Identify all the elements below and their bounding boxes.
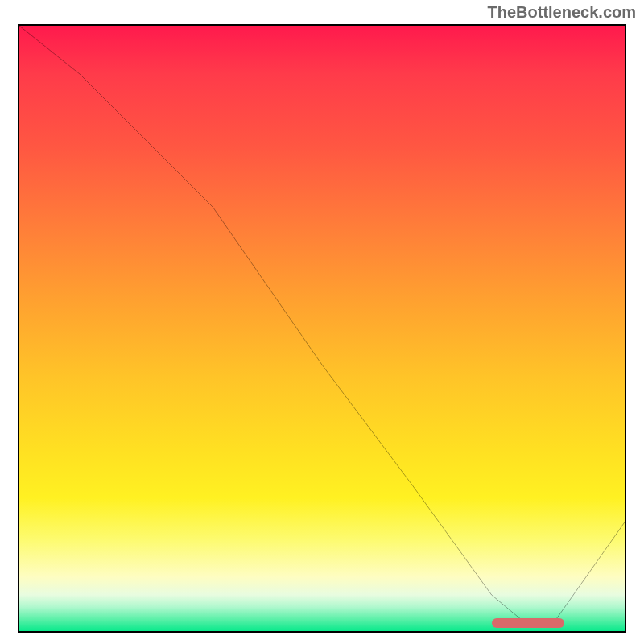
curve-path xyxy=(19,26,625,625)
watermark-label: TheBottleneck.com xyxy=(488,3,636,22)
optimal-range-marker xyxy=(492,618,564,628)
chart-plot-area xyxy=(18,24,626,633)
bottleneck-curve xyxy=(19,26,625,631)
